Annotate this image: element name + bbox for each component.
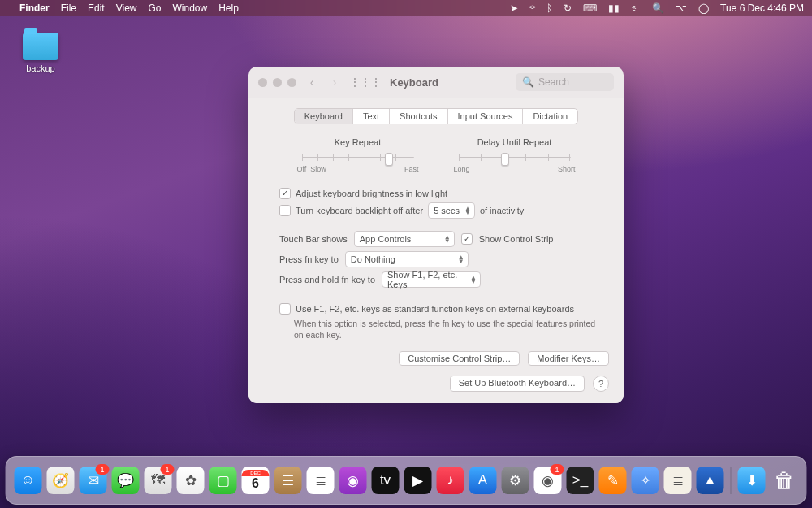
folder-label: backup (16, 63, 65, 73)
menu-edit[interactable]: Edit (88, 2, 105, 14)
menu-view[interactable]: View (116, 2, 137, 14)
dock-contacts[interactable]: ☰ (274, 467, 302, 494)
dock: ☺🧭✉1💬🗺1✿▢DEC6☰≣◉tv▶♪A⚙◉1>_✎✧≣▲⬇🗑 (6, 456, 807, 505)
badge: 1 (161, 464, 175, 475)
dock-mail[interactable]: ✉1 (80, 467, 107, 494)
backlight-off-suffix: of inactivity (480, 206, 524, 215)
dock-textedit[interactable]: ≣ (664, 467, 692, 494)
search-placeholder: Search (538, 76, 569, 88)
location-icon[interactable]: ➤ (510, 2, 518, 14)
delay-repeat-slider[interactable]: Delay Until Repeat Long Short (454, 137, 576, 173)
dock-chrome[interactable]: ◉1 (534, 467, 562, 494)
show-control-strip-checkbox[interactable]: ✓ (461, 233, 473, 245)
window-body: Keyboard Text Shortcuts Input Sources Di… (248, 98, 624, 403)
dock-system-prefs[interactable]: ⚙ (502, 467, 529, 494)
key-repeat-knob[interactable] (385, 153, 393, 166)
dock-finder[interactable]: ☺ (15, 467, 42, 494)
system-prefs-window: ‹ › ⋮⋮⋮ Keyboard 🔍 Search Keyboard Text … (248, 67, 624, 403)
touchbar-label: Touch Bar shows (279, 234, 348, 244)
dock-tools[interactable]: ✧ (632, 467, 659, 494)
control-center-icon[interactable]: ⌥ (676, 2, 687, 14)
dock-terminal[interactable]: >_ (567, 467, 594, 494)
dock-safari[interactable]: 🧭 (47, 467, 75, 494)
fn-select[interactable]: Do Nothing▲▼ (345, 251, 469, 267)
tab-text[interactable]: Text (353, 109, 390, 124)
std-function-keys-hint: When this option is selected, press the … (294, 318, 603, 341)
dock-facetime[interactable]: ▢ (209, 467, 237, 494)
backlight-off-label: Turn keyboard backlight off after (296, 206, 423, 215)
back-button[interactable]: ‹ (304, 76, 319, 89)
dock-apple-tv[interactable]: ▶ (404, 467, 432, 494)
tab-shortcuts[interactable]: Shortcuts (390, 109, 447, 124)
window-titlebar: ‹ › ⋮⋮⋮ Keyboard 🔍 Search (248, 67, 624, 98)
setup-bluetooth-keyboard-button[interactable]: Set Up Bluetooth Keyboard… (450, 376, 585, 392)
dock-app-store[interactable]: A (469, 467, 497, 494)
dock-maps[interactable]: 🗺1 (145, 467, 172, 494)
timemachine-icon[interactable]: ↻ (564, 2, 572, 14)
key-repeat-label: Key Repeat (297, 137, 419, 147)
tab-keyboard[interactable]: Keyboard (295, 109, 353, 124)
dock-separator (731, 467, 732, 494)
dock-nordvpn[interactable]: ▲ (697, 467, 724, 494)
std-function-keys-checkbox[interactable] (279, 303, 291, 315)
desktop-folder-backup[interactable]: backup (16, 33, 65, 73)
bluetooth-icon[interactable]: ᛒ (546, 2, 552, 14)
dock-tv[interactable]: tv (372, 467, 400, 494)
touchbar-select[interactable]: App Controls▲▼ (354, 231, 455, 247)
adjust-brightness-label: Adjust keyboard brightness in low light (296, 189, 447, 198)
menu-file[interactable]: File (61, 2, 76, 14)
menu-help[interactable]: Help (218, 2, 239, 14)
tab-dictation[interactable]: Dictation (523, 109, 577, 124)
battery-icon[interactable]: ▮▮ (608, 2, 620, 14)
fn-label: Press fn key to (279, 254, 339, 264)
menu-go[interactable]: Go (149, 2, 162, 14)
input-source-icon[interactable]: ⌨ (583, 2, 597, 14)
minimize-button[interactable] (273, 78, 282, 87)
forward-button[interactable]: › (327, 76, 342, 89)
traffic-lights (258, 78, 296, 87)
delay-repeat-label: Delay Until Repeat (454, 137, 576, 147)
close-button[interactable] (258, 78, 267, 87)
window-title: Keyboard (390, 76, 438, 89)
spotlight-icon[interactable]: 🔍 (652, 2, 664, 14)
wifi-icon[interactable]: ᯤ (631, 2, 641, 14)
delay-repeat-knob[interactable] (501, 153, 509, 166)
customise-control-strip-button[interactable]: Customise Control Strip… (399, 351, 520, 366)
zoom-button[interactable] (287, 78, 296, 87)
menu-window[interactable]: Window (173, 2, 208, 14)
show-control-strip-label: Show Control Strip (479, 234, 554, 244)
adjust-brightness-checkbox[interactable]: ✓ (279, 188, 291, 199)
dock-downloads[interactable]: ⬇ (738, 467, 766, 494)
backlight-off-checkbox[interactable] (279, 205, 291, 216)
badge: 1 (551, 464, 564, 475)
prefs-tabs: Keyboard Text Shortcuts Input Sources Di… (294, 108, 578, 124)
dock-pages[interactable]: ✎ (599, 467, 627, 494)
tab-input-sources[interactable]: Input Sources (448, 109, 524, 124)
siri-icon[interactable]: ◯ (698, 2, 709, 14)
dock-messages[interactable]: 💬 (112, 467, 140, 494)
badge: 1 (96, 464, 110, 475)
menubar-clock[interactable]: Tue 6 Dec 4:46 PM (720, 2, 804, 14)
dock-reminders[interactable]: ≣ (307, 467, 335, 494)
fnhold-label: Press and hold fn key to (279, 275, 375, 284)
dock-music[interactable]: ♪ (437, 467, 464, 494)
std-function-keys-label: Use F1, F2, etc. keys as standard functi… (296, 304, 574, 314)
menubar: Finder File Edit View Go Window Help ➤ ⌔… (0, 0, 812, 16)
folder-icon (23, 33, 58, 60)
airdrop-icon[interactable]: ⌔ (529, 2, 535, 14)
dock-podcasts[interactable]: ◉ (339, 467, 367, 494)
dock-photos[interactable]: ✿ (177, 467, 205, 494)
dock-trash[interactable]: 🗑 (771, 467, 798, 494)
dock-calendar[interactable]: DEC6 (242, 467, 270, 494)
modifier-keys-button[interactable]: Modifier Keys… (528, 351, 609, 366)
app-menu[interactable]: Finder (19, 2, 50, 14)
fnhold-select[interactable]: Show F1, F2, etc. Keys▲▼ (382, 271, 481, 288)
backlight-off-select[interactable]: 5 secs▲▼ (428, 202, 475, 219)
search-field[interactable]: 🔍 Search (516, 73, 614, 91)
search-icon: 🔍 (522, 76, 534, 88)
help-button[interactable]: ? (593, 376, 609, 392)
key-repeat-slider[interactable]: Key Repeat Off Slow Fast (297, 137, 419, 173)
show-all-button[interactable]: ⋮⋮⋮ (350, 76, 382, 88)
